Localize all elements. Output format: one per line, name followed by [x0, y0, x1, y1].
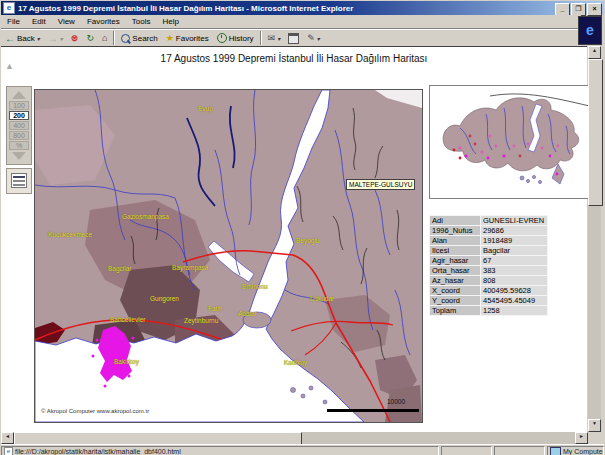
edit-icon: ✎ — [307, 33, 315, 43]
map-label: Kadikoy — [284, 359, 307, 366]
favorites-button[interactable]: ★ Favorites — [162, 30, 213, 46]
forward-button[interactable]: → ▾ — [44, 30, 67, 46]
table-row: Orta_hasar383 — [430, 266, 547, 275]
map-label: Fatih — [208, 305, 222, 312]
zoom-level-800[interactable]: 800 — [9, 131, 29, 140]
legend-button[interactable] — [6, 168, 32, 194]
map-label: Gaziosmanpasa — [122, 213, 169, 220]
search-button[interactable]: Search — [117, 30, 161, 46]
vertical-scrollbar[interactable]: ▲ ▼ — [588, 46, 601, 432]
menu-favorites[interactable]: Favorites — [81, 16, 126, 27]
menu-help[interactable]: Help — [156, 16, 184, 27]
forward-dropdown-icon[interactable]: ▾ — [60, 35, 63, 42]
history-icon — [217, 33, 227, 43]
refresh-icon: ↻ — [86, 33, 94, 43]
scroll-left-icon[interactable]: ◄ — [1, 432, 14, 444]
map-hover-tooltip: MALTEPE-GULSUYU — [346, 179, 415, 190]
attribute-table: AdiGUNESLI-EVREN 1996_Nufus29686 Alan191… — [429, 215, 548, 316]
edit-button[interactable]: ✎ ▾ — [303, 30, 324, 46]
status-zone-panel: My Computer — [547, 446, 604, 455]
map-zoom-control: 100 200 400 800 % — [6, 86, 32, 165]
menu-view[interactable]: View — [52, 16, 81, 27]
mail-dropdown-icon[interactable]: ▾ — [277, 35, 280, 42]
map-label: Bayrampasa — [172, 264, 209, 271]
table-row: Toplam1258 — [430, 306, 547, 315]
map-label: Uskudar — [310, 295, 334, 302]
zoom-level-100[interactable]: 100 — [9, 101, 29, 110]
zoom-in-icon[interactable] — [12, 91, 26, 99]
mail-button[interactable]: ✉ ▾ — [264, 30, 285, 46]
toolbar-separator — [113, 31, 115, 45]
home-icon: ⌂ — [102, 33, 107, 43]
ie-page-icon: e — [4, 447, 13, 455]
browser-window: e 17 Agustos 1999 Depremi İstanbul İli H… — [0, 0, 605, 455]
scale-bar — [327, 409, 419, 412]
horizontal-scrollbar[interactable]: ◄ ► — [1, 432, 588, 444]
map-label: Eminonu — [242, 283, 268, 290]
scroll-right-icon[interactable]: ► — [575, 432, 588, 444]
stop-button[interactable]: ⊗ — [67, 30, 83, 46]
map-copyright: © Akropol Computer www.akropol.com.tr — [41, 408, 149, 414]
status-zone-label: My Computer — [563, 448, 604, 455]
back-button[interactable]: ← Back ▾ — [1, 30, 44, 46]
menu-file[interactable]: File — [1, 16, 26, 27]
close-button[interactable]: × — [587, 3, 602, 16]
map-label: Bahcelievler — [110, 316, 145, 323]
zoom-level-percent[interactable]: % — [9, 141, 29, 150]
mail-icon: ✉ — [268, 33, 276, 43]
scroll-up-icon[interactable]: ▲ — [588, 46, 601, 59]
map-label: Bagcilar — [108, 265, 131, 272]
zoom-level-200-selected[interactable]: 200 — [9, 111, 29, 120]
forward-icon: → — [48, 33, 58, 44]
map-label: Bakirkoy — [114, 358, 139, 365]
back-dropdown-icon[interactable]: ▾ — [37, 35, 40, 42]
refresh-button[interactable]: ↻ — [82, 30, 98, 46]
status-panel — [494, 446, 545, 455]
status-panel — [441, 446, 492, 455]
table-row: X_coord400495.59628 — [430, 286, 547, 295]
print-icon — [288, 33, 299, 44]
history-button[interactable]: History — [213, 30, 258, 46]
ie-page-icon: e — [3, 2, 15, 14]
stop-icon: ⊗ — [71, 33, 79, 43]
map-label: Kucukcekmece — [48, 231, 92, 238]
map-label: Eyup — [198, 105, 213, 112]
overview-map-graphic — [430, 86, 600, 196]
page-title: 17 Agustos 1999 Depremi İstanbul İli Has… — [1, 53, 587, 64]
legend-icon — [11, 173, 27, 188]
status-url-panel: e file:///D:/akropol/statik/harita/istk/… — [1, 446, 439, 455]
back-icon: ← — [5, 33, 15, 44]
status-bar: e file:///D:/akropol/statik/harita/istk/… — [1, 444, 604, 455]
print-button[interactable] — [284, 30, 303, 46]
table-row: Y_coord4545495.45049 — [430, 296, 547, 305]
map-graphic — [35, 90, 422, 422]
status-url: file:///D:/akropol/statik/harita/istk/ma… — [15, 448, 181, 455]
vertical-scroll-thumb[interactable] — [588, 59, 603, 206]
window-title: 17 Agustos 1999 Depremi İstanbul İli Has… — [18, 4, 353, 13]
zoom-out-icon[interactable] — [12, 152, 26, 160]
menu-edit[interactable]: Edit — [26, 16, 52, 27]
north-arrow-icon: ▲ — [5, 61, 14, 71]
map-label: Zeytinburnu — [184, 317, 218, 324]
table-row: Az_hasar808 — [430, 276, 547, 285]
scroll-down-icon[interactable]: ▼ — [588, 419, 601, 432]
table-row: 1996_Nufus29686 — [430, 226, 547, 235]
table-row: IlcesiBagcilar — [430, 246, 547, 255]
table-row: Alan1918489 — [430, 236, 547, 245]
table-row: Agir_hasar67 — [430, 256, 547, 265]
damage-map[interactable]: Eyup Gaziosmanpasa Kucukcekmece Bagcilar… — [34, 89, 423, 423]
standard-toolbar: ← Back ▾ → ▾ ⊗ ↻ ⌂ Search ★ Favorites Hi… — [1, 28, 581, 47]
title-bar[interactable]: e 17 Agustos 1999 Depremi İstanbul İli H… — [1, 1, 604, 15]
zoom-level-400[interactable]: 400 — [9, 121, 29, 130]
menu-bar: File Edit View Favorites Tools Help — [1, 15, 581, 29]
home-button[interactable]: ⌂ — [98, 30, 111, 46]
menu-tools[interactable]: Tools — [126, 16, 157, 27]
scale-value: 10000 — [387, 398, 405, 405]
overview-map[interactable] — [429, 85, 603, 199]
ie-throbber-logo: e — [578, 16, 602, 45]
map-label: Gungoren — [150, 295, 179, 302]
table-row: AdiGUNESLI-EVREN — [430, 216, 547, 225]
toolbar-separator — [260, 31, 262, 45]
edit-dropdown-icon[interactable]: ▾ — [317, 35, 320, 42]
my-computer-icon — [550, 447, 561, 455]
